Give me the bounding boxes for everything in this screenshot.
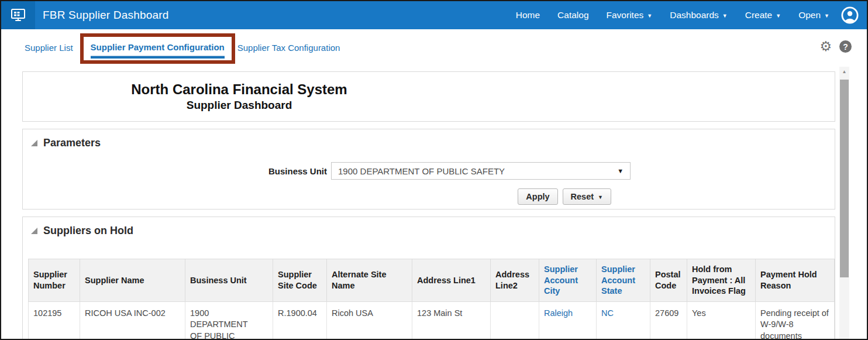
col-supplier-site-code: Supplier Site Code [273, 259, 327, 302]
col-supplier-number: Supplier Number [29, 259, 80, 302]
tab-supplier-payment-configuration[interactable]: Supplier Payment Configuration [91, 42, 225, 59]
cell-address-line1: 123 Main St [412, 301, 491, 340]
brand-square [1, 1, 35, 29]
tab-bar: Supplier List Supplier Payment Configura… [1, 29, 867, 66]
cell-supplier-name: RICOH USA INC-002 [80, 301, 185, 340]
caret-down-icon: ▼ [598, 194, 603, 200]
col-business-unit: Business Unit [185, 259, 273, 302]
nav-favorites[interactable]: Favorites▼ [607, 10, 653, 20]
content-area: North Carolina Financial System Supplier… [1, 66, 867, 339]
gear-icon[interactable]: ⚙ [819, 40, 832, 53]
col-address-line1: Address Line1 [412, 259, 491, 302]
cell-payment-hold-reason: Pending receipt of W-9/W-8 documents [756, 301, 835, 340]
tab-supplier-tax-configuration[interactable]: Supplier Tax Configuration [237, 43, 340, 53]
cell-hold-from-payment-flag: Yes [687, 301, 756, 340]
cell-supplier-account-city[interactable]: Raleigh [539, 301, 597, 340]
suppliers-on-hold-header[interactable]: Suppliers on Hold [23, 217, 835, 237]
col-address-line2: Address Line2 [491, 259, 539, 302]
col-supplier-account-state[interactable]: Supplier Account State [597, 259, 650, 302]
help-icon[interactable]: ? [839, 40, 852, 53]
highlight-annotation-box: Supplier Payment Configuration [80, 33, 235, 64]
reset-button[interactable]: Reset▼ [563, 188, 611, 205]
caret-down-icon: ▼ [647, 13, 652, 19]
col-alternate-site-name: Alternate Site Name [327, 259, 412, 302]
caret-down-icon: ▼ [722, 13, 728, 19]
top-bar: FBR Supplier Dashboard Home Catalog Favo… [1, 1, 867, 29]
col-payment-hold-reason: Payment Hold Reason [756, 259, 835, 302]
apply-button[interactable]: Apply [518, 188, 557, 205]
parameters-section-header[interactable]: Parameters [23, 129, 835, 149]
cell-alternate-site-name: Ricoh USA [327, 301, 412, 340]
parameters-section: Parameters Business Unit 1900 DEPARTMENT… [22, 129, 835, 210]
disclosure-triangle-icon[interactable] [31, 228, 37, 234]
nav-home[interactable]: Home [516, 10, 540, 20]
business-unit-label: Business Unit [268, 166, 327, 176]
cell-postal-code: 27609 [650, 301, 687, 340]
col-supplier-name: Supplier Name [80, 259, 185, 302]
table-row: 102195 RICOH USA INC-002 1900 DEPARTMENT… [29, 301, 835, 340]
caret-down-icon: ▼ [776, 13, 781, 19]
cell-supplier-number: 102195 [29, 301, 80, 340]
caret-down-icon: ▼ [824, 13, 829, 19]
nav-open[interactable]: Open▼ [798, 10, 829, 20]
scrollbar-thumb[interactable] [840, 80, 849, 277]
parameters-section-title: Parameters [43, 137, 101, 149]
vertical-scrollbar[interactable]: ▲ [839, 67, 849, 339]
col-hold-from-payment-flag: Hold from Payment : All Invoices Flag [687, 259, 756, 302]
suppliers-on-hold-table: Supplier Number Supplier Name Business U… [28, 259, 835, 340]
nav-create[interactable]: Create▼ [745, 10, 781, 20]
suppliers-on-hold-title: Suppliers on Hold [43, 225, 133, 237]
cell-supplier-site-code: R.1900.04 [273, 301, 327, 340]
cell-address-line2 [491, 301, 539, 340]
col-supplier-account-city[interactable]: Supplier Account City [539, 259, 597, 302]
top-navigation: Home Catalog Favorites▼ Dashboards▼ Crea… [516, 10, 829, 20]
business-unit-dropdown[interactable]: 1900 DEPARTMENT OF PUBLIC SAFETY ▼ [331, 162, 631, 180]
tab-supplier-list[interactable]: Supplier List [25, 43, 73, 53]
app-title: FBR Supplier Dashboard [43, 9, 169, 22]
page-heading-card: North Carolina Financial System Supplier… [22, 71, 835, 122]
cell-supplier-account-state[interactable]: NC [597, 301, 650, 340]
nav-dashboards[interactable]: Dashboards▼ [670, 10, 728, 20]
suppliers-on-hold-section: Suppliers on Hold Supplier Number Suppli… [22, 217, 835, 340]
dropdown-arrow-icon: ▼ [617, 167, 624, 174]
page-title: North Carolina Financial System [23, 81, 456, 98]
disclosure-triangle-icon[interactable] [31, 140, 37, 146]
page-subtitle: Supplier Dashboard [23, 99, 456, 112]
cell-business-unit: 1900 DEPARTMENT OF PUBLIC SAFETY [185, 301, 273, 340]
table-header-row: Supplier Number Supplier Name Business U… [29, 259, 835, 302]
user-avatar-icon[interactable] [841, 6, 859, 24]
business-unit-value: 1900 DEPARTMENT OF PUBLIC SAFETY [338, 166, 505, 176]
col-postal-code: Postal Code [650, 259, 687, 302]
nav-catalog[interactable]: Catalog [557, 10, 588, 20]
scroll-up-arrow-icon[interactable]: ▲ [839, 67, 849, 76]
dashboard-monitor-icon [11, 8, 26, 22]
